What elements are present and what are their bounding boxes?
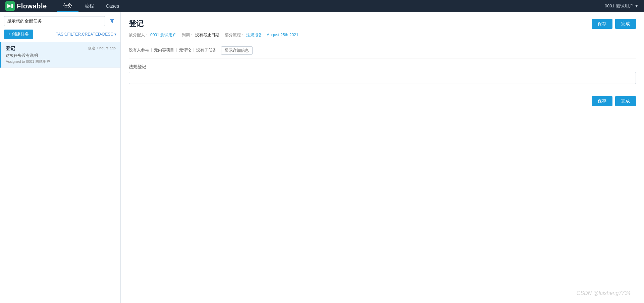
process-label: 部分流程： [225, 32, 245, 38]
tag-sep-1: | [151, 46, 152, 55]
sort-selector[interactable]: TASK.FILTER.CREATED-DESC ▾ [56, 32, 116, 37]
sidebar: 显示您的全部任务 + 创建任务 TASK.FILTER.CREATED-DESC… [0, 12, 121, 303]
meta-assigned: 被分配人： 0001 测试用户 [129, 32, 176, 38]
main-layout: 显示您的全部任务 + 创建任务 TASK.FILTER.CREATED-DESC… [0, 12, 644, 303]
complete-button-bottom[interactable]: 完成 [615, 96, 636, 106]
form-section: 法规登记 [129, 64, 636, 84]
task-tags: 没有人参与 | 无内容项目 | 无评论 | 没有子任务 显示详细信息 [129, 43, 636, 58]
filter-select[interactable]: 显示您的全部任务 [4, 16, 105, 26]
chevron-down-icon: ▾ [114, 32, 116, 37]
form-field-input[interactable] [129, 72, 636, 84]
task-item-desc: 这项任务没有说明 [6, 53, 116, 58]
due-value: 没有截止日期 [195, 32, 219, 38]
nav-menu: 任务 流程 Cases [57, 0, 605, 12]
topnav: Flowable 任务 流程 Cases 0001 测试用户 ▼ [0, 0, 644, 12]
assigned-label: 被分配人： [129, 32, 149, 38]
complete-button-top[interactable]: 完成 [615, 19, 636, 29]
task-item-time-value: 7 hours ago [96, 46, 116, 50]
task-detail-header: 登记 保存 完成 [129, 19, 636, 29]
svg-marker-3 [110, 19, 114, 23]
filter-select-label: 显示您的全部任务 [7, 18, 42, 24]
meta-due: 到期： 没有截止日期 [182, 32, 219, 38]
task-meta: 被分配人： 0001 测试用户 到期： 没有截止日期 部分流程： 法规报备 – … [129, 32, 636, 38]
app-name: Flowable [17, 2, 47, 10]
tag-no-comment: 无评论 [179, 46, 191, 55]
tag-no-content: 无内容项目 [154, 46, 174, 55]
tag-no-subtask: 没有子任务 [196, 46, 216, 55]
user-menu[interactable]: 0001 测试用户 ▼ [605, 3, 639, 9]
task-item[interactable]: 登记 创建 7 hours ago 这项任务没有说明 Assigned to 0… [0, 42, 120, 68]
funnel-icon [110, 18, 114, 23]
task-list: 登记 创建 7 hours ago 这项任务没有说明 Assigned to 0… [0, 42, 120, 303]
sidebar-filter-row: 显示您的全部任务 [0, 16, 120, 30]
content-area: 登记 保存 完成 被分配人： 0001 测试用户 到期： 没有截止日期 部分流程… [121, 12, 644, 303]
task-item-header: 登记 创建 7 hours ago [6, 46, 116, 52]
assigned-value[interactable]: 0001 测试用户 [150, 32, 176, 38]
sidebar-action-row: + 创建任务 TASK.FILTER.CREATED-DESC ▾ [0, 30, 120, 42]
process-value[interactable]: 法规报备 – August 25th 2021 [246, 32, 298, 38]
task-item-time-prefix: 创建 [88, 46, 95, 50]
svg-rect-2 [11, 4, 13, 8]
nav-item-process[interactable]: 流程 [78, 0, 100, 12]
show-details-button[interactable]: 显示详细信息 [221, 46, 253, 55]
nav-item-cases[interactable]: Cases [100, 0, 125, 12]
meta-process: 部分流程： 法规报备 – August 25th 2021 [225, 32, 298, 38]
task-item-title: 登记 [6, 46, 15, 52]
flowable-logo-icon [5, 1, 15, 11]
due-label: 到期： [182, 32, 194, 38]
tag-no-participants: 没有人参与 [129, 46, 149, 55]
task-item-assignee: Assigned to 0001 测试用户 [6, 59, 116, 64]
sort-label: TASK.FILTER.CREATED-DESC [56, 32, 113, 37]
task-detail-title: 登记 [129, 19, 144, 29]
task-detail: 登记 保存 完成 被分配人： 0001 测试用户 到期： 没有截止日期 部分流程… [121, 12, 644, 113]
tag-sep-3: | [193, 46, 194, 55]
tag-sep-2: | [176, 46, 177, 55]
form-field-label: 法规登记 [129, 64, 636, 70]
save-button-top[interactable]: 保存 [592, 19, 612, 29]
logo: Flowable [5, 1, 47, 11]
create-task-button[interactable]: + 创建任务 [4, 30, 33, 39]
task-item-time: 创建 7 hours ago [88, 46, 116, 51]
task-detail-footer: 保存 完成 [129, 91, 636, 106]
filter-icon-button[interactable] [108, 17, 116, 26]
save-button-bottom[interactable]: 保存 [592, 96, 612, 106]
nav-item-tasks[interactable]: 任务 [57, 0, 78, 12]
task-detail-actions: 保存 完成 [592, 19, 636, 29]
